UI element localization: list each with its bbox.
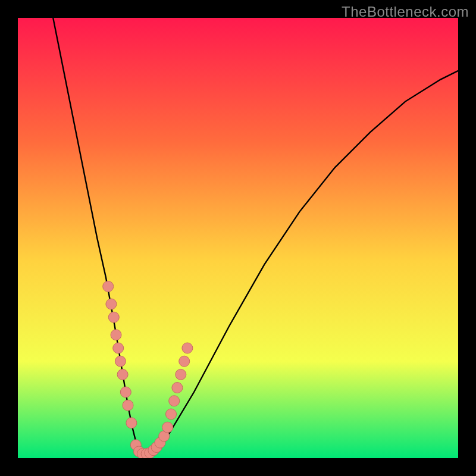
- data-point-marker: [182, 343, 193, 353]
- data-point-marker: [120, 387, 131, 397]
- data-point-marker: [169, 396, 180, 406]
- data-point-marker: [179, 356, 190, 367]
- data-point-marker: [103, 281, 114, 292]
- plot-svg: [18, 18, 458, 458]
- gradient-background: [18, 18, 458, 458]
- data-point-marker: [126, 418, 137, 428]
- chart-stage: TheBottleneck.com: [0, 0, 476, 476]
- data-point-marker: [113, 343, 124, 353]
- data-point-marker: [172, 383, 183, 393]
- data-point-marker: [162, 422, 173, 433]
- data-point-marker: [115, 356, 126, 367]
- data-point-marker: [106, 299, 117, 309]
- data-point-marker: [111, 330, 121, 340]
- data-point-marker: [123, 400, 133, 411]
- data-point-marker: [108, 312, 119, 322]
- data-point-marker: [176, 369, 186, 380]
- data-point-marker: [117, 369, 128, 380]
- data-point-marker: [166, 409, 177, 419]
- plot-frame: [18, 18, 458, 458]
